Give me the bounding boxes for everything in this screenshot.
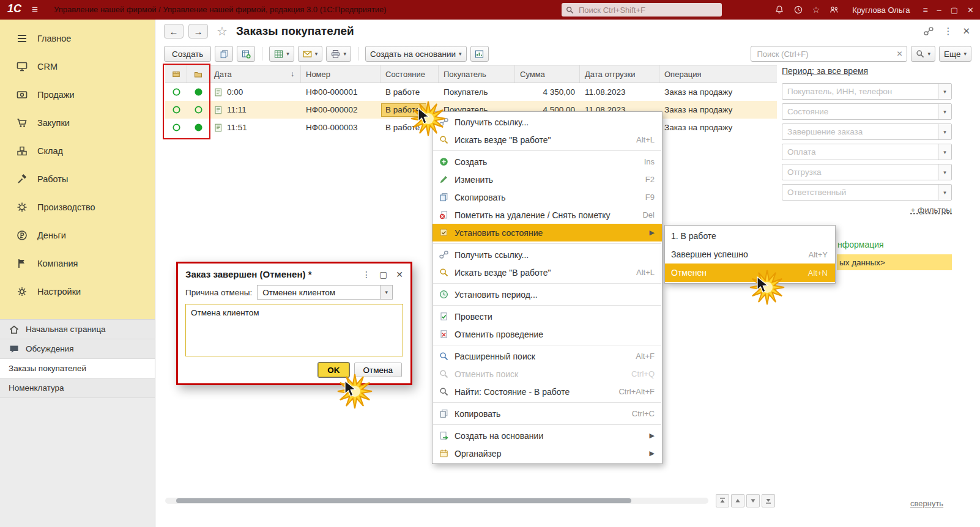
column-header-state[interactable]: Состояние: [380, 65, 439, 83]
create-based-on-button[interactable]: Создать на основании ▾: [365, 46, 467, 62]
dropdown-caret-icon[interactable]: ▾: [938, 185, 951, 200]
sidebar-item-discussions[interactable]: Обсуждения: [0, 339, 155, 359]
dropdown-caret-icon[interactable]: ▾: [938, 84, 951, 99]
reason-combo[interactable]: Отменен клиентом ▾: [257, 285, 393, 300]
menu-item-advanced-search[interactable]: Расширенный поиск Alt+F: [432, 347, 662, 365]
maximize-button[interactable]: ▢: [951, 6, 958, 15]
search-settings-button[interactable]: ▾: [911, 46, 935, 62]
dropdown-caret-icon[interactable]: ▾: [938, 124, 951, 139]
favorite-star-icon[interactable]: ☆: [217, 24, 228, 39]
menu-item-set-period[interactable]: Установить период...: [432, 286, 662, 303]
forward-button[interactable]: →: [188, 24, 208, 39]
create-button[interactable]: Создать: [164, 46, 211, 62]
sidebar-item-main[interactable]: Главное: [0, 24, 155, 53]
column-header-buyer[interactable]: Покупатель: [439, 65, 515, 83]
main-menu-icon[interactable]: ≡: [32, 4, 38, 16]
filter-payment[interactable]: ▾: [782, 144, 952, 160]
menu-item-edit[interactable]: Изменить F2: [432, 171, 662, 188]
submenu-item-in-progress[interactable]: 1. В работе: [665, 227, 835, 245]
go-to-end-button[interactable]: [762, 494, 775, 507]
reports-button[interactable]: [470, 46, 489, 62]
notifications-bell-icon[interactable]: [774, 5, 784, 15]
favorites-star-icon[interactable]: ☆: [812, 5, 820, 15]
menu-item-get-link[interactable]: Получить ссылку...: [432, 246, 662, 264]
get-link-icon[interactable]: [924, 26, 934, 36]
menu-item-copy-clipboard[interactable]: Копировать Ctrl+C: [432, 405, 662, 422]
horizontal-scrollbar[interactable]: [165, 498, 708, 504]
history-icon[interactable]: [793, 5, 803, 15]
filter-state-input[interactable]: [782, 104, 938, 119]
submenu-item-cancelled[interactable]: Отменен Alt+N: [665, 264, 835, 282]
menu-item-organizer[interactable]: Органайзер ▶: [432, 444, 662, 462]
export-table-button[interactable]: ▾: [269, 46, 294, 62]
menu-item-get-link[interactable]: Получить ссылку...: [432, 113, 662, 131]
filter-completion-input[interactable]: [782, 124, 938, 139]
menu-item-create-based-on[interactable]: Создать на основании ▶: [432, 427, 662, 444]
order-state-active-cell[interactable]: В работе: [381, 103, 426, 117]
dropdown-caret-icon[interactable]: ▾: [938, 144, 951, 160]
sidebar-item-money[interactable]: Деньги: [0, 221, 155, 249]
menu-item-search-everywhere[interactable]: Искать везде "В работе" Alt+L: [432, 264, 662, 281]
page-up-button[interactable]: [731, 494, 744, 507]
sidebar-item-settings[interactable]: Настройки: [0, 278, 155, 306]
filter-responsible[interactable]: ▾: [782, 184, 952, 201]
period-link[interactable]: Период: за все время: [782, 66, 952, 76]
close-form-icon[interactable]: ✕: [962, 26, 970, 37]
dialog-maximize-icon[interactable]: ▢: [379, 270, 387, 279]
more-filters-link[interactable]: + фильтры: [782, 205, 952, 215]
contact-info-selected-partial[interactable]: ых данных>: [837, 254, 952, 270]
collapse-link[interactable]: свернуть: [910, 499, 943, 508]
column-header-date[interactable]: Дата ↓: [209, 65, 301, 83]
sidebar-item-nomenclature[interactable]: Номенклатура: [0, 378, 155, 398]
current-user[interactable]: Круглова Ольга: [852, 6, 910, 15]
dropdown-caret-icon[interactable]: ▾: [380, 286, 392, 299]
users-icon[interactable]: [829, 5, 839, 15]
sidebar-item-works[interactable]: Работы: [0, 165, 155, 193]
menu-item-copy[interactable]: Скопировать F9: [432, 188, 662, 206]
filter-shipment-input[interactable]: [782, 164, 938, 180]
sidebar-item-start-page[interactable]: Начальная страница: [0, 320, 155, 339]
submenu-item-completed[interactable]: Завершен успешно Alt+Y: [665, 245, 835, 264]
sidebar-item-purchases[interactable]: Закупки: [0, 109, 155, 137]
copy-button[interactable]: [215, 46, 233, 62]
back-button[interactable]: ←: [164, 24, 184, 39]
close-window-button[interactable]: ✕: [967, 6, 974, 15]
dropdown-caret-icon[interactable]: ▾: [938, 164, 951, 180]
minimize-button[interactable]: –: [937, 6, 941, 15]
comment-textarea[interactable]: Отмена клиентом: [185, 304, 403, 356]
filter-buyer[interactable]: ▾: [782, 83, 952, 100]
filter-completion[interactable]: ▾: [782, 123, 952, 140]
list-search-input[interactable]: [755, 49, 896, 59]
scrollbar-thumb[interactable]: [176, 498, 631, 503]
dropdown-caret-icon[interactable]: ▾: [938, 104, 951, 119]
sidebar-item-sales[interactable]: Продажи: [0, 81, 155, 109]
menu-item-create[interactable]: Создать Ins: [432, 153, 662, 171]
more-dots-icon[interactable]: ⋮: [943, 26, 952, 37]
menu-item-post[interactable]: Провести: [432, 308, 662, 325]
filter-state[interactable]: ▾: [782, 103, 952, 120]
filter-payment-input[interactable]: [782, 144, 938, 160]
dialog-close-icon[interactable]: ✕: [396, 270, 403, 279]
cancel-button[interactable]: Отмена: [354, 363, 402, 377]
clear-search-icon[interactable]: ✕: [896, 50, 902, 58]
posting-status-column-icon[interactable]: [165, 65, 187, 83]
list-search[interactable]: ✕: [751, 46, 907, 62]
page-down-button[interactable]: [746, 494, 760, 507]
column-header-sum[interactable]: Сумма: [515, 65, 580, 83]
sidebar-item-production[interactable]: Производство: [0, 193, 155, 221]
filter-buyer-input[interactable]: [782, 84, 938, 99]
menu-item-mark-deletion[interactable]: Пометить на удаление / Снять пометку Del: [432, 206, 662, 224]
sidebar-item-warehouse[interactable]: Склад: [0, 137, 155, 165]
set-interval-button[interactable]: [237, 46, 255, 62]
dialog-header[interactable]: Заказ завершен (Отменен) * ⋮ ▢ ✕: [178, 264, 410, 283]
column-header-operation[interactable]: Операция: [659, 65, 777, 83]
menu-item-set-state[interactable]: Установить состояние ▶: [432, 224, 662, 241]
more-button[interactable]: Еще ▾: [939, 46, 971, 62]
column-header-ship-date[interactable]: Дата отгрузки: [580, 65, 659, 83]
filter-responsible-input[interactable]: [782, 185, 938, 200]
column-header-number[interactable]: Номер: [301, 65, 380, 83]
ok-button[interactable]: OK: [318, 363, 349, 377]
sidebar-item-company[interactable]: Компания: [0, 249, 155, 278]
global-search-input[interactable]: [577, 5, 718, 15]
filter-shipment[interactable]: ▾: [782, 164, 952, 180]
